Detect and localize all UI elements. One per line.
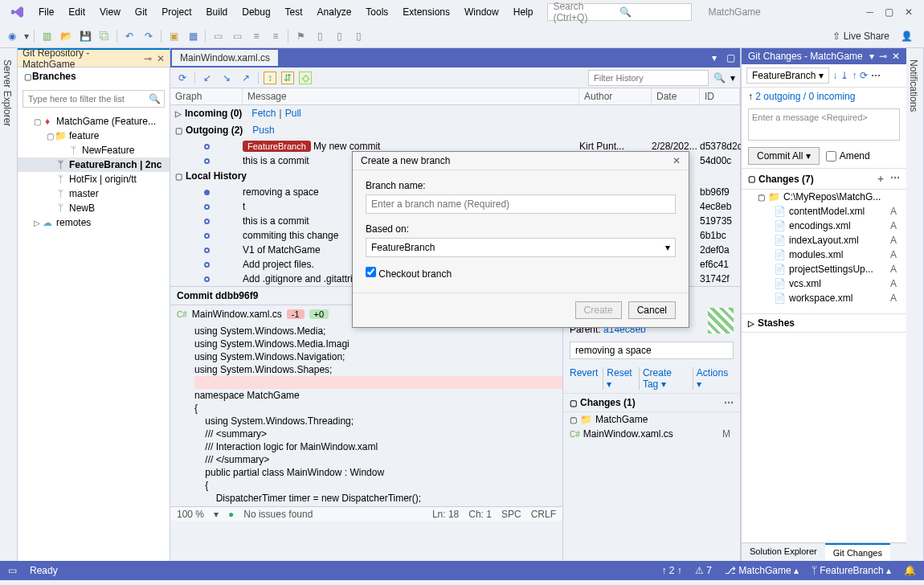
tree-item[interactable]: ▢♦MatchGame (Feature... xyxy=(18,114,170,129)
tree-item[interactable]: ᛘFeatureBranch | 2nc xyxy=(18,158,170,172)
menu-window[interactable]: Window xyxy=(458,3,505,21)
changed-file-row[interactable]: 📄indexLayout.xmlA xyxy=(742,233,906,248)
save-icon[interactable]: 💾 xyxy=(78,29,92,43)
amend-checkbox[interactable]: Amend xyxy=(826,150,870,162)
changed-file-row[interactable]: 📄encodings.xmlA xyxy=(742,219,906,233)
tree-item[interactable]: ᛘHotFix | origin/tt xyxy=(18,172,170,186)
branch-status[interactable]: ᛘ FeatureBranch ▴ xyxy=(812,565,891,576)
repo-status[interactable]: ⎇ MatchGame ▴ xyxy=(725,565,799,576)
down-count[interactable]: ⚠ 7 xyxy=(695,565,712,576)
pull-link[interactable]: Pull xyxy=(285,108,301,119)
sidetab-notifications[interactable]: Notifications xyxy=(906,55,921,558)
pin-icon[interactable]: ⊸ xyxy=(144,53,152,64)
menu-analyze[interactable]: Analyze xyxy=(311,3,358,21)
close-icon[interactable]: ✕ xyxy=(673,155,681,166)
nav-back-icon[interactable]: ◉ xyxy=(5,29,19,43)
action-reset[interactable]: Reset ▾ xyxy=(607,367,640,390)
changed-file[interactable]: MainWindow.xaml.cs xyxy=(583,428,719,440)
tag-icon[interactable]: ◇ xyxy=(299,72,312,84)
maximize-icon[interactable]: ▢ xyxy=(885,6,893,18)
branch-filter-input[interactable] xyxy=(23,91,144,107)
tab-solution-explorer[interactable]: Solution Explorer xyxy=(742,543,825,561)
fetch-link[interactable]: Fetch xyxy=(251,108,276,119)
incoming-section[interactable]: ▷Incoming (0) Fetch | Pull xyxy=(170,105,740,122)
dropdown-icon[interactable]: ▾ xyxy=(707,52,722,63)
view-icon[interactable]: ↕ xyxy=(264,72,276,84)
menu-tools[interactable]: Tools xyxy=(359,3,395,21)
branch-name-input[interactable] xyxy=(366,194,676,214)
fetch-icon[interactable]: ↙ xyxy=(200,71,215,85)
menu-extensions[interactable]: Extensions xyxy=(396,3,456,21)
search-box[interactable]: Search (Ctrl+Q) 🔍 xyxy=(547,3,692,21)
dropdown-icon[interactable]: ▾ xyxy=(24,31,29,42)
window-icon[interactable]: ▢ xyxy=(722,52,740,63)
col-graph[interactable]: Graph xyxy=(170,88,243,104)
commit-message-box[interactable]: Enter a message <Required> xyxy=(748,108,900,141)
more-icon[interactable]: ⋯ xyxy=(871,70,881,81)
push-icon[interactable]: ↑ xyxy=(852,70,857,81)
undo-icon[interactable]: ↶ xyxy=(122,29,137,43)
close-icon[interactable]: ✕ xyxy=(157,53,165,64)
document-tab[interactable]: MainWindow.xaml.cs xyxy=(172,50,278,66)
view-icon[interactable]: ⇵ xyxy=(281,72,294,84)
menu-project[interactable]: Project xyxy=(155,3,198,21)
tree-item[interactable]: ᛘNewB xyxy=(18,201,170,215)
expand-icon[interactable]: ▢ xyxy=(22,72,32,81)
account-icon[interactable]: 👤 xyxy=(901,31,913,42)
tree-item[interactable]: ▢📁feature xyxy=(18,129,170,143)
changed-file-row[interactable]: 📄vcs.xmlA xyxy=(742,276,906,291)
dropdown-icon[interactable]: ▾ xyxy=(869,51,874,62)
new-project-icon[interactable]: ▥ xyxy=(39,29,54,43)
push-link[interactable]: Push xyxy=(252,125,274,136)
changed-file-row[interactable]: 📄workspace.xmlA xyxy=(742,291,906,305)
col-date[interactable]: Date xyxy=(652,88,700,104)
refresh-icon[interactable]: ⟳ xyxy=(175,71,190,85)
close-icon[interactable]: ✕ xyxy=(892,51,900,62)
col-message[interactable]: Message xyxy=(243,88,579,104)
outgoing-section[interactable]: ▢Outgoing (2) Push xyxy=(170,122,740,139)
checkout-checkbox[interactable]: Checkout branch xyxy=(366,267,676,280)
changed-file-row[interactable]: 📄projectSettingsUp...A xyxy=(742,262,906,276)
tree-item[interactable]: ᛘNewFeature xyxy=(18,143,170,158)
pull-icon[interactable]: ⤓ xyxy=(840,70,848,81)
icon-b[interactable]: ▦ xyxy=(186,29,200,43)
add-icon[interactable]: ＋ xyxy=(876,172,885,186)
menu-file[interactable]: File xyxy=(32,3,60,21)
based-on-dropdown[interactable]: FeatureBranch▾ xyxy=(366,238,676,257)
commit-all-button[interactable]: Commit All ▾ xyxy=(748,147,820,165)
push-icon[interactable]: ↗ xyxy=(239,71,253,85)
sidetab-server-explorer[interactable]: Server Explorer xyxy=(0,55,14,558)
sync-link[interactable]: 2 outgoing / 0 incoming xyxy=(755,91,855,102)
menu-git[interactable]: Git xyxy=(129,3,153,21)
git-repository-tab[interactable]: Git Repository - MatchGame ⊸ ✕ xyxy=(18,48,170,68)
dropdown-icon[interactable]: ▾ xyxy=(730,72,735,84)
icon-a[interactable]: ▣ xyxy=(166,29,181,43)
action-revert[interactable]: Revert xyxy=(570,367,603,390)
up-count[interactable]: ↑ 2 ↑ xyxy=(661,565,681,576)
save-all-icon[interactable]: ⿻ xyxy=(97,29,112,43)
menu-help[interactable]: Help xyxy=(507,3,540,21)
branch-dropdown[interactable]: FeatureBranch▾ xyxy=(746,68,829,84)
stashes-header[interactable]: Stashes xyxy=(758,317,795,329)
fetch-icon[interactable]: ↓ xyxy=(832,70,837,81)
filter-history-input[interactable] xyxy=(588,70,709,86)
menu-debug[interactable]: Debug xyxy=(235,3,276,21)
action-actions[interactable]: Actions ▾ xyxy=(697,367,734,390)
minimize-icon[interactable]: ─ xyxy=(866,6,873,18)
col-author[interactable]: Author xyxy=(579,88,652,104)
open-icon[interactable]: 📂 xyxy=(59,29,73,43)
menu-build[interactable]: Build xyxy=(200,3,235,21)
redo-icon[interactable]: ↷ xyxy=(141,29,156,43)
menu-view[interactable]: View xyxy=(93,3,127,21)
more-icon[interactable]: ⋯ xyxy=(890,172,900,186)
menu-edit[interactable]: Edit xyxy=(62,3,92,21)
changed-file-row[interactable]: 📄contentModel.xmlA xyxy=(742,204,906,219)
changed-file-row[interactable]: 📄modules.xmlA xyxy=(742,248,906,262)
action-create[interactable]: Create Tag ▾ xyxy=(643,367,693,390)
liveshare-button[interactable]: Live Share xyxy=(844,31,889,42)
pull-icon[interactable]: ↘ xyxy=(219,71,234,85)
more-icon[interactable]: ⋯ xyxy=(724,397,734,408)
create-button[interactable]: Create xyxy=(575,301,622,319)
pin-icon[interactable]: ⊸ xyxy=(879,51,887,62)
tree-item[interactable]: ᛘmaster xyxy=(18,186,170,201)
